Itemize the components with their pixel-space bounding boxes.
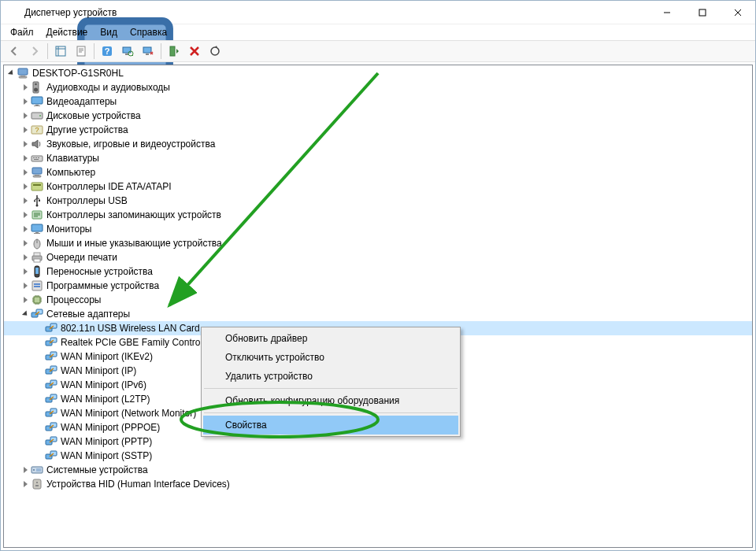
close-button[interactable] [720, 1, 755, 24]
network-icon [45, 350, 57, 363]
category-print-queues[interactable]: Очереди печати [4, 250, 752, 264]
category-ide-controllers[interactable]: Контроллеры IDE ATA/ATAPI [4, 179, 752, 194]
category-sound-devices[interactable]: Звуковые, игровые и видеоустройства [4, 137, 752, 151]
svg-rect-57 [699, 9, 706, 16]
system-icon [31, 464, 43, 476]
toolbar-forward-button[interactable] [25, 42, 44, 61]
network-icon [45, 379, 57, 391]
menubar: Файл Действие Вид Справка [1, 24, 755, 40]
minimize-button[interactable] [649, 1, 684, 24]
unknown-icon [31, 124, 43, 136]
network-icon [45, 322, 57, 335]
network-icon [45, 449, 57, 462]
mouse-icon [31, 237, 43, 250]
maximize-button[interactable] [684, 1, 720, 24]
titlebar: Диспетчер устройств [1, 1, 755, 24]
network-icon [45, 393, 57, 405]
toolbar-uninstall-button[interactable] [185, 42, 204, 61]
category-video-adapters[interactable]: Видеоадаптеры [4, 94, 752, 109]
menu-file[interactable]: Файл [4, 25, 40, 39]
network-icon [45, 421, 57, 434]
display-icon [31, 95, 43, 108]
menu-help[interactable]: Справка [124, 25, 173, 39]
category-storage-controllers[interactable]: Контроллеры запоминающих устройств [4, 208, 752, 222]
toolbar-help-button[interactable] [98, 42, 117, 61]
category-hid-devices[interactable]: Устройства HID (Human Interface Devices) [4, 477, 752, 491]
network-icon [45, 407, 57, 420]
device-context-menu: Обновить драйвер Отключить устройство Уд… [201, 327, 461, 437]
network-icon [45, 364, 57, 377]
toolbar-separator [94, 43, 94, 59]
toolbar [1, 40, 755, 62]
category-disk-drives[interactable]: Дисковые устройства [4, 109, 752, 123]
menu-action[interactable]: Действие [40, 25, 94, 39]
ctx-properties[interactable]: Свойства [203, 416, 458, 435]
toolbar-scan2-button[interactable] [139, 42, 158, 61]
ctx-remove-device[interactable]: Удалить устройство [203, 367, 458, 386]
ctx-separator [204, 388, 458, 389]
category-other-devices[interactable]: Другие устройства [4, 123, 752, 137]
category-computer[interactable]: Компьютер [4, 165, 752, 179]
category-system-devices[interactable]: Системные устройства [4, 463, 752, 477]
app-icon [7, 6, 20, 19]
keyboard-icon [31, 152, 43, 165]
toolbar-details-button[interactable] [51, 42, 70, 61]
network-icon [45, 435, 57, 448]
network-icon [45, 336, 57, 349]
hid-icon [31, 478, 43, 490]
category-software-devices[interactable]: Программные устройства [4, 279, 752, 293]
computer-icon [31, 166, 43, 179]
toolbar-back-button[interactable] [5, 42, 24, 61]
menu-view[interactable]: Вид [94, 25, 124, 39]
display-icon [31, 223, 43, 235]
storage-icon [31, 209, 43, 221]
tree-root-label: DESKTOP-G1SR0HL [32, 66, 124, 80]
printer-icon [31, 251, 43, 264]
toolbar-scan-button[interactable] [118, 42, 137, 61]
ctx-rescan-hardware[interactable]: Обновить конфигурацию оборудования [203, 391, 458, 410]
toolbar-properties-button[interactable] [72, 42, 91, 61]
category-usb-controllers[interactable]: Контроллеры USB [4, 194, 752, 208]
disk-icon [31, 109, 43, 122]
computer-icon [17, 67, 29, 80]
window-title: Диспетчер устройств [24, 7, 117, 18]
ctx-update-driver[interactable]: Обновить драйвер [203, 329, 458, 348]
speaker-icon [31, 81, 43, 94]
category-audio-io[interactable]: Аудиовходы и аудиовыходы [4, 80, 752, 94]
ctx-disable-device[interactable]: Отключить устройство [203, 348, 458, 367]
sound-icon [31, 138, 43, 150]
cpu-icon [31, 294, 43, 306]
toolbar-separator [47, 43, 48, 59]
toolbar-separator [161, 43, 161, 59]
toolbar-enable-button[interactable] [165, 42, 183, 61]
device-wan-sstp[interactable]: WAN Miniport (SSTP) [4, 449, 752, 463]
category-network-adapters[interactable]: Сетевые адаптеры [4, 307, 752, 321]
device-tree-panel[interactable]: DESKTOP-G1SR0HL Аудиовходы и аудиовыходы… [3, 65, 753, 548]
ide-icon [31, 180, 43, 193]
network-icon [31, 308, 43, 320]
ctx-separator [204, 412, 458, 413]
toolbar-refresh-button[interactable] [206, 42, 224, 61]
category-processors[interactable]: Процессоры [4, 293, 752, 307]
portable-icon [31, 265, 43, 278]
category-portable-devices[interactable]: Переносные устройства [4, 264, 752, 279]
category-monitors[interactable]: Мониторы [4, 222, 752, 236]
tree-root[interactable]: DESKTOP-G1SR0HL [4, 66, 752, 80]
category-mice[interactable]: Мыши и иные указывающие устройства [4, 236, 752, 250]
category-keyboards[interactable]: Клавиатуры [4, 151, 752, 165]
device-manager-window: Диспетчер устройств Файл Действие Вид Сп… [0, 0, 756, 551]
software-icon [31, 279, 43, 292]
usb-icon [31, 194, 43, 207]
